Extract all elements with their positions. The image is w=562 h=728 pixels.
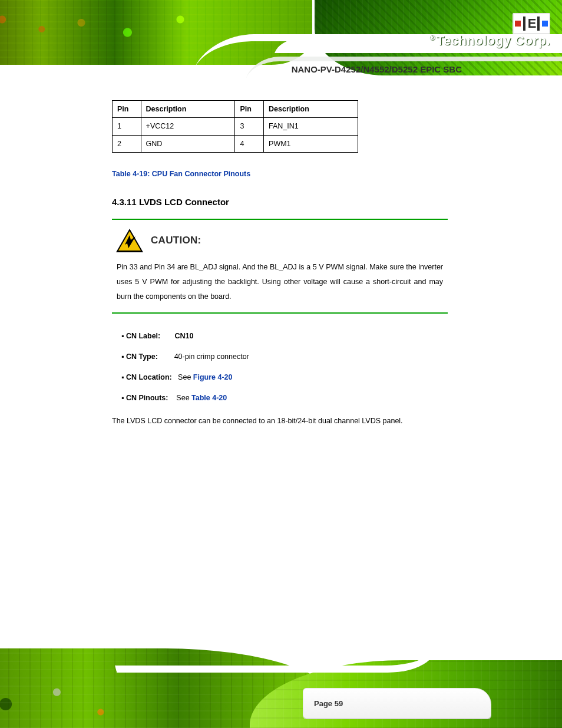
- iei-logo-mark: E: [513, 13, 550, 34]
- cn-location-row: CN Location: See Figure 4-20: [130, 370, 448, 385]
- cn-type-row: CN Type: 40-pin crimp connector: [130, 350, 448, 364]
- section-heading: 4.3.11 LVDS LCD Connector: [112, 196, 448, 208]
- cell: 2: [113, 135, 141, 152]
- bottom-banner: Page 59: [0, 648, 562, 728]
- document-title-block: NANO-PV-D4252/N4552/D5252 EPIC SBC: [292, 64, 462, 75]
- th-pin-1: Pin: [113, 101, 141, 118]
- cn-pinouts-prefix: See: [176, 394, 191, 402]
- table-row: 2 GND 4 PWM1: [113, 135, 358, 152]
- page-number-box: Page 59: [303, 688, 491, 719]
- section-number: 4.3.11: [112, 197, 139, 207]
- cell: 1: [113, 118, 141, 135]
- pinout-table: Pin Description Pin Description 1 +VCC12…: [112, 100, 358, 153]
- cn-location-prefix: See: [178, 373, 193, 381]
- cn-type-key: CN Type:: [126, 353, 158, 361]
- cn-label-key: CN Label:: [126, 332, 160, 340]
- table-caption: Table 4-19: CPU Fan Connector Pinouts: [112, 169, 448, 179]
- th-desc-1: Description: [141, 101, 235, 118]
- cn-label-value: CN10: [175, 332, 194, 340]
- table-row: 1 +VCC12 3 FAN_IN1: [113, 118, 358, 135]
- top-banner: E ®Technology Corp.: [0, 0, 562, 77]
- cn-location-key: CN Location:: [126, 373, 172, 381]
- caution-label: CAUTION:: [151, 235, 201, 246]
- cn-label-row: CN Label: CN10: [130, 329, 448, 344]
- footer-swoosh: [107, 648, 447, 673]
- th-desc-2: Description: [264, 101, 358, 118]
- section-title: LVDS LCD Connector: [139, 197, 229, 207]
- cn-pinouts-row: CN Pinouts: See Table 4-20: [130, 391, 448, 406]
- cn-type-value: 40-pin crimp connector: [174, 353, 249, 361]
- cn-pinouts-key: CN Pinouts:: [126, 394, 168, 402]
- figure-ref: Figure 4-20: [193, 373, 233, 381]
- brand-name: Technology Corp.: [437, 33, 550, 48]
- cell: GND: [141, 135, 235, 152]
- caution-body: Pin 33 and Pin 34 are BL_ADJ signal. And…: [117, 260, 443, 304]
- document-title: NANO-PV-D4252/N4552/D5252 EPIC SBC: [292, 64, 462, 75]
- cell: 3: [235, 118, 264, 135]
- cell: +VCC12: [141, 118, 235, 135]
- th-pin-2: Pin: [235, 101, 264, 118]
- content-area: Pin Description Pin Description 1 +VCC12…: [112, 100, 448, 438]
- brand-logo: E: [513, 13, 550, 34]
- cell: FAN_IN1: [264, 118, 358, 135]
- page-number: Page 59: [314, 699, 343, 708]
- brand-text: ®Technology Corp.: [429, 34, 550, 47]
- registered-symbol: ®: [429, 34, 435, 42]
- caution-icon: [115, 228, 144, 253]
- cell: PWM1: [264, 135, 358, 152]
- caution-callout: CAUTION: Pin 33 and Pin 34 are BL_ADJ si…: [112, 219, 448, 314]
- cell: 4: [235, 135, 264, 152]
- table-ref: Table 4-20: [191, 394, 227, 402]
- connector-description: The LVDS LCD connector can be connected …: [112, 414, 448, 429]
